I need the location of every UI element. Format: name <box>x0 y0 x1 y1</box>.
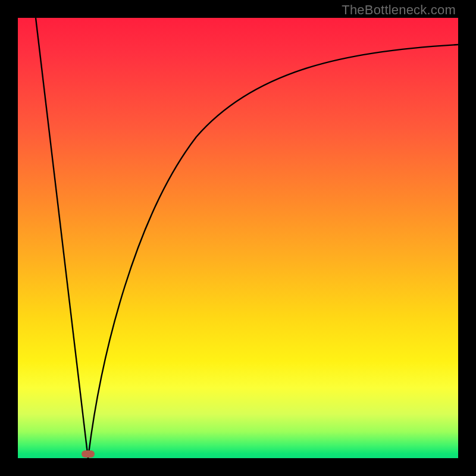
min-marker <box>82 450 95 458</box>
curve-layer <box>18 18 458 458</box>
plot-area <box>18 18 458 458</box>
chart-frame: TheBottleneck.com <box>0 0 476 476</box>
right-curve <box>88 45 458 458</box>
watermark-text: TheBottleneck.com <box>342 2 456 18</box>
left-curve <box>36 18 88 458</box>
